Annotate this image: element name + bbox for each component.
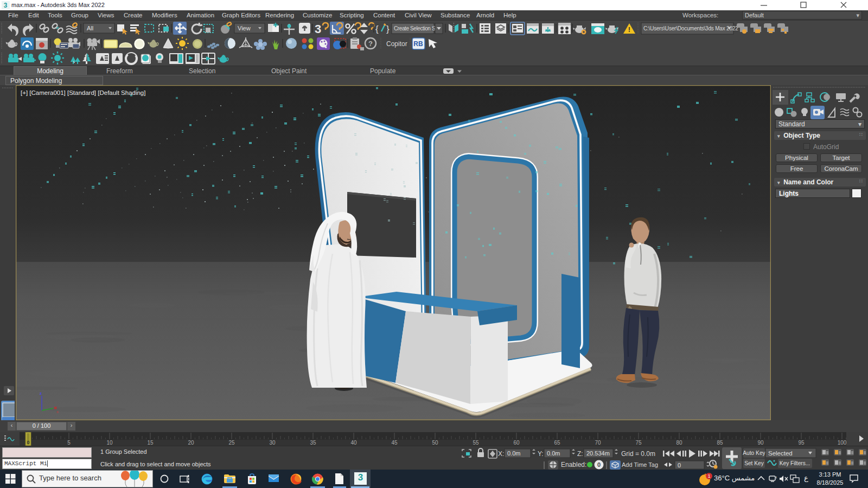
svg-text:20: 20 [188,440,194,446]
svg-text:100: 100 [838,440,847,446]
svg-text:Key Filters...: Key Filters... [780,460,810,466]
svg-text:55: 55 [473,440,479,446]
svg-text:Add Time Tag: Add Time Tag [622,461,658,468]
svg-text:Enabled:: Enabled: [561,461,586,468]
svg-text:Create Selection Se: Create Selection Se [394,25,438,31]
svg-text:50: 50 [432,440,438,446]
svg-text:0.0m: 0.0m [507,450,520,457]
svg-text:?: ? [368,40,373,48]
svg-text:20.534m: 20.534m [586,450,610,457]
svg-text:Set Key: Set Key [744,460,764,466]
svg-text:80: 80 [676,440,682,446]
svg-text:25: 25 [228,440,235,446]
svg-text:75: 75 [635,440,642,446]
svg-text:15: 15 [147,440,154,446]
svg-text:30: 30 [269,440,276,446]
svg-text:Y:: Y: [538,450,544,458]
svg-text:65: 65 [554,440,560,446]
svg-text:C:\Users\User\Documents\3ds Ma: C:\Users\User\Documents\3ds Max 2022 [643,25,738,31]
svg-text:45: 45 [391,440,398,446]
svg-text:Grid = 0.0m: Grid = 0.0m [621,450,655,458]
svg-text:View: View [238,25,251,31]
svg-text:RB: RB [413,40,423,48]
svg-text:Z:: Z: [577,450,583,458]
svg-text:3: 3 [4,2,8,9]
svg-text:x: x [56,409,59,414]
svg-text:1: 1 [708,473,711,479]
svg-text:0: 0 [27,440,29,445]
svg-text:90: 90 [757,440,764,446]
svg-text:}: } [386,24,390,34]
svg-text:95: 95 [798,440,805,446]
svg-text:Selected: Selected [768,450,793,457]
svg-text:↻: ↻ [775,476,777,479]
svg-text:!: ! [628,25,630,34]
svg-text:All: All [87,25,93,31]
svg-text:5: 5 [67,440,71,446]
svg-text:70: 70 [595,440,601,446]
svg-text:0: 0 [597,461,601,468]
svg-text:z: z [40,391,42,396]
svg-text:35: 35 [310,440,316,446]
svg-text:3: 3 [315,22,321,36]
svg-text:Auto Key: Auto Key [743,450,765,456]
svg-text:10: 10 [106,440,113,446]
svg-text:X:: X: [498,450,504,458]
svg-text:{: { [375,24,379,34]
svg-text:0: 0 [678,462,681,468]
svg-text:40: 40 [350,440,357,446]
svg-text:[+] [Camera001] [Standard] [De: [+] [Camera001] [Standard] [Default Shad… [21,89,145,96]
svg-text:Copitor: Copitor [386,40,407,48]
svg-text:60: 60 [513,440,520,446]
svg-text:0.0m: 0.0m [547,450,560,457]
svg-text:85: 85 [717,440,723,446]
